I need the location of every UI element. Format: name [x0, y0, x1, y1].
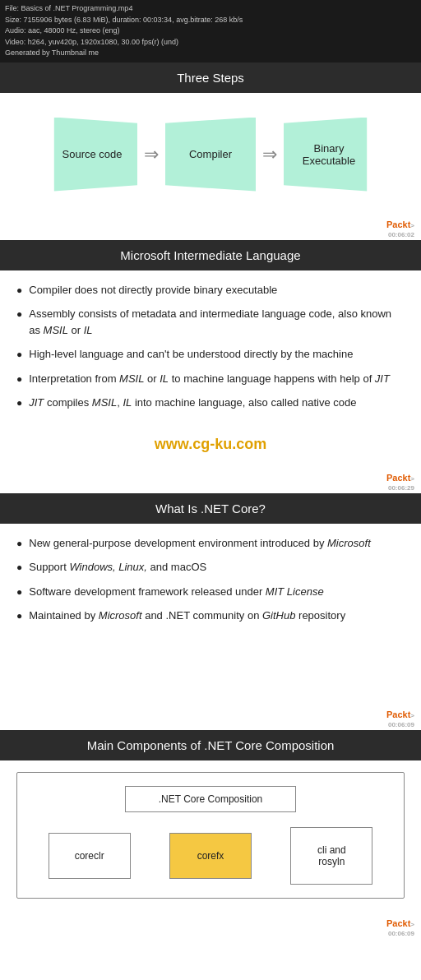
step-binary: Binary Executable: [284, 118, 374, 192]
comp-top-box: .NET Core Composition: [125, 786, 297, 812]
msil-bullet-1-text: Compiler does not directly provide binar…: [29, 282, 277, 298]
msil-bullet-4: Interpretation from MSIL or IL to machin…: [16, 371, 405, 387]
comp-coreclr: coreclr: [49, 833, 131, 879]
dotnet-bullet-2-text: Support Windows, Linux, and macOS: [29, 559, 206, 576]
file-info-line5: Generated by Thumbnail me: [5, 48, 416, 59]
packt-label-3: Packt: [386, 710, 410, 719]
comp-cli-rosyln: cli and rosyln: [290, 827, 372, 885]
msil-bullet-5: JIT compiles MSIL, IL into machine langu…: [16, 395, 405, 411]
packt-label-4: Packt: [386, 918, 410, 928]
file-info-line4: Video: h264, yuv420p, 1920x1080, 30.00 f…: [5, 37, 416, 49]
dotnet-bullet-3: Software development framework released …: [16, 584, 405, 600]
packt-mark-3: Packt>00:06:09: [0, 706, 421, 730]
packt-label-2: Packt: [386, 473, 410, 483]
arrow-2: ⇒: [262, 144, 277, 165]
arrow-1: ⇒: [144, 144, 159, 165]
dotnet-bullet-list: New general-purpose development environm…: [16, 535, 405, 624]
packt-mark-1: Packt>00:06:02: [0, 216, 421, 240]
msil-bullet-3: High-level language and can't be underst…: [16, 346, 405, 363]
msil-bullet-2-text: Assembly consists of metadata and interm…: [29, 306, 405, 338]
components-section: .NET Core Composition coreclr corefx cli…: [0, 760, 421, 915]
section4-header: Main Components of .NET Core Composition: [0, 730, 421, 760]
msil-bullet-5-text: JIT compiles MSIL, IL into machine langu…: [29, 395, 356, 411]
msil-bullet-3-text: High-level language and can't be underst…: [29, 346, 353, 363]
section1-header: Three Steps: [0, 62, 421, 93]
cg-watermark: www.cg-ku.com: [16, 419, 405, 461]
msil-section: Compiler does not directly provide binar…: [0, 270, 421, 469]
msil-bullet-2: Assembly consists of metadata and interm…: [16, 306, 405, 338]
section2-header: Microsoft Intermediate Language: [0, 240, 421, 270]
dotnet-bullet-4-text: Maintained by Microsoft and .NET communi…: [29, 608, 345, 624]
step-compiler: Compiler: [165, 118, 256, 192]
bottom-spacer: [0, 939, 421, 964]
components-outer-box: .NET Core Composition coreclr corefx cli…: [16, 772, 405, 899]
msil-bullet-list: Compiler does not directly provide binar…: [16, 282, 405, 411]
dotnet-bullet-2: Support Windows, Linux, and macOS: [16, 559, 405, 576]
section3-header: What Is .NET Core?: [0, 493, 421, 524]
file-info-bar: File: Basics of .NET Programming.mp4 Siz…: [0, 0, 421, 62]
packt-mark-2: Packt>00:06:29: [0, 469, 421, 493]
packt-mark-4: Packt>00:06:09: [0, 915, 421, 939]
comp-corefx: corefx: [169, 833, 252, 879]
msil-bullet-1: Compiler does not directly provide binar…: [16, 282, 405, 298]
components-top: .NET Core Composition: [29, 786, 392, 812]
packt-label-1: Packt: [386, 220, 410, 229]
steps-diagram: Source code ⇒ Compiler ⇒ Binary Executab…: [8, 109, 413, 208]
file-info-line3: Audio: aac, 48000 Hz, stereo (eng): [5, 25, 416, 37]
three-steps-section: Source code ⇒ Compiler ⇒ Binary Executab…: [0, 93, 421, 216]
components-bottom: coreclr corefx cli and rosyln: [29, 827, 392, 885]
file-info-line2: Size: 7155906 bytes (6.83 MiB), duration…: [5, 15, 416, 26]
dotnet-bullet-1: New general-purpose development environm…: [16, 535, 405, 552]
step-source-code: Source code: [47, 118, 137, 192]
msil-bullet-4-text: Interpretation from MSIL or IL to machin…: [29, 371, 390, 387]
file-info-line1: File: Basics of .NET Programming.mp4: [5, 3, 416, 15]
dotnet-section: New general-purpose development environm…: [0, 524, 421, 706]
dotnet-bullet-3-text: Software development framework released …: [29, 584, 323, 600]
dotnet-bullet-4: Maintained by Microsoft and .NET communi…: [16, 608, 405, 624]
dotnet-bullet-1-text: New general-purpose development environm…: [29, 535, 371, 552]
